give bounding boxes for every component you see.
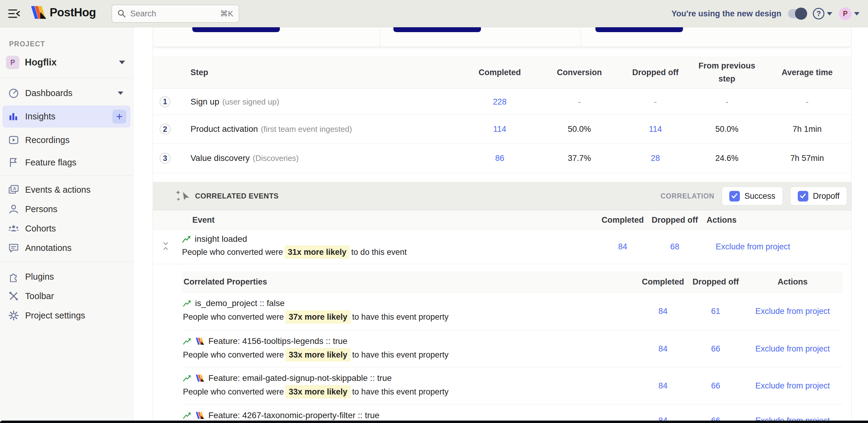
funnel-bar[interactable] (394, 27, 481, 32)
col-completed: Completed (469, 68, 530, 77)
exclude-from-project-link[interactable]: Exclude from project (744, 416, 841, 421)
sidebar-item-plugins[interactable]: Plugins (2, 267, 130, 286)
dropped-off-link[interactable]: 66 (685, 344, 746, 353)
dropped-off-link[interactable]: 61 (685, 307, 746, 316)
conversion-value: - (549, 97, 610, 107)
completed-count-link[interactable]: 84 (592, 242, 653, 251)
project-section-label: PROJECT (9, 40, 133, 48)
property-name-line: Feature: 4156-tooltips-legends :: true (183, 336, 347, 346)
exclude-from-project-link[interactable]: Exclude from project (744, 344, 841, 353)
top-navbar: PostHog Search ⌘K You're using the new d… (0, 0, 868, 27)
completed-count-link[interactable]: 228 (469, 97, 530, 107)
odds-highlight: 33x more likely (286, 385, 350, 398)
dropped-off-value: - (625, 97, 686, 107)
sidebar-item-feature-flags[interactable]: Feature flags (2, 152, 130, 173)
conversion-value: 37.7% (549, 154, 610, 163)
col-from-previous-step: From previous step (693, 59, 760, 86)
cohorts-icon (8, 223, 19, 234)
sidebar-item-dashboards[interactable]: Dashboards (2, 83, 130, 103)
posthog-feature-icon (195, 337, 205, 345)
help-icon: ? (813, 8, 825, 20)
sidebar-item-toolbar[interactable]: Toolbar (2, 286, 130, 306)
divider (581, 27, 581, 47)
property-name: is_demo_project :: false (195, 299, 285, 308)
new-insight-button[interactable]: + (112, 110, 126, 124)
funnel-bar[interactable] (192, 27, 280, 32)
chevron-down-icon (827, 12, 832, 16)
new-design-toggle[interactable] (788, 9, 806, 18)
property-description: People who converted were33x more likely… (183, 387, 448, 397)
dropped-off-link[interactable]: 66 (685, 416, 746, 421)
section-title: CORRELATED EVENTS (195, 192, 279, 200)
correlated-property-row: Feature: email-gated-signup-not-skippabl… (182, 367, 842, 404)
table-row: 2 Product activation(first team event in… (153, 115, 851, 144)
average-time-value: 7h 57min (777, 154, 837, 163)
posthog-logo[interactable]: PostHog (30, 5, 96, 20)
collapse-icon[interactable] (162, 242, 169, 251)
recordings-icon (8, 134, 19, 146)
col-actions: Actions (762, 277, 823, 286)
success-checkbox[interactable]: Success (722, 187, 783, 206)
brand-name: PostHog (50, 6, 96, 19)
conversion-value: 50.0% (549, 124, 610, 134)
step-detail: (Discoveries) (253, 154, 299, 163)
checkbox-checked-icon (798, 191, 808, 202)
odds-highlight: 31x more likely (285, 245, 349, 259)
property-name: Feature: 4267-taxonomic-property-filter … (208, 411, 379, 420)
project-name: Hogflix (25, 57, 119, 68)
completed-count-link[interactable]: 84 (633, 416, 693, 421)
help-menu[interactable]: ? (813, 8, 832, 20)
table-row: 3 Value discovery(Discoveries) 86 37.7% … (153, 144, 851, 173)
completed-count-link[interactable]: 114 (469, 124, 530, 134)
profile-menu[interactable]: P (839, 7, 860, 20)
correlated-properties-table: Correlated Properties Completed Dropped … (182, 272, 842, 421)
completed-count-link[interactable]: 84 (633, 307, 693, 316)
funnel-chart-clipped (153, 27, 851, 47)
exclude-from-project-link[interactable]: Exclude from project (744, 381, 841, 391)
exclude-from-project-link[interactable]: Exclude from project (744, 307, 841, 316)
col-event: Event (192, 215, 215, 224)
sidebar-item-cohorts[interactable]: Cohorts (2, 219, 130, 238)
col-dropped-off: Dropped off (685, 277, 746, 286)
user-avatar: P (839, 7, 851, 20)
search-input[interactable]: Search ⌘K (112, 4, 239, 23)
average-time-value: 7h 1min (777, 124, 837, 134)
person-icon (8, 204, 19, 214)
posthog-logo-mark (30, 5, 46, 20)
col-step: Step (190, 68, 208, 77)
project-switcher[interactable]: P Hogflix (6, 55, 129, 70)
correlated-event-row: insight loaded People who converted were… (153, 230, 851, 264)
correlated-events-header: CORRELATED EVENTS CORRELATION Success Dr… (153, 182, 851, 211)
property-description: People who converted were33x more likely… (183, 350, 448, 360)
events-icon: A (8, 184, 19, 195)
completed-count-link[interactable]: 84 (633, 381, 693, 391)
chevron-down-icon (118, 91, 123, 95)
sidebar-item-recordings[interactable]: Recordings (2, 130, 130, 150)
col-dropped-off: Dropped off (625, 68, 686, 77)
trend-up-icon (183, 374, 191, 382)
search-icon (118, 9, 126, 18)
trend-up-icon (183, 299, 191, 307)
sidebar-item-events-actions[interactable]: A Events & actions (2, 180, 130, 200)
dropped-off-link[interactable]: 66 (685, 381, 746, 391)
funnel-bar[interactable] (595, 27, 683, 32)
gear-icon (8, 310, 19, 321)
posthog-feature-icon (195, 411, 205, 420)
sidebar-item-project-settings[interactable]: Project settings (2, 306, 130, 325)
sidebar-item-annotations[interactable]: Annotations (2, 238, 130, 258)
sidebar-toggle-icon[interactable] (8, 7, 21, 20)
dropped-off-link[interactable]: 114 (625, 124, 686, 134)
dropped-off-link[interactable]: 28 (625, 154, 686, 163)
completed-count-link[interactable]: 86 (469, 154, 530, 163)
step-detail: (first team event ingested) (261, 124, 352, 133)
property-name: Feature: email-gated-signup-not-skippabl… (208, 373, 392, 383)
from-previous-value: 50.0% (696, 124, 757, 134)
dropoff-checkbox[interactable]: Dropoff (790, 187, 847, 206)
sidebar-item-insights[interactable]: Insights + (2, 105, 130, 127)
exclude-from-project-link[interactable]: Exclude from project (686, 242, 819, 251)
sidebar-item-persons[interactable]: Persons (2, 200, 130, 219)
posthog-app: PostHog Search ⌘K You're using the new d… (0, 0, 868, 423)
annotation-icon (8, 242, 19, 253)
completed-count-link[interactable]: 84 (633, 344, 693, 353)
flag-icon (8, 157, 19, 168)
